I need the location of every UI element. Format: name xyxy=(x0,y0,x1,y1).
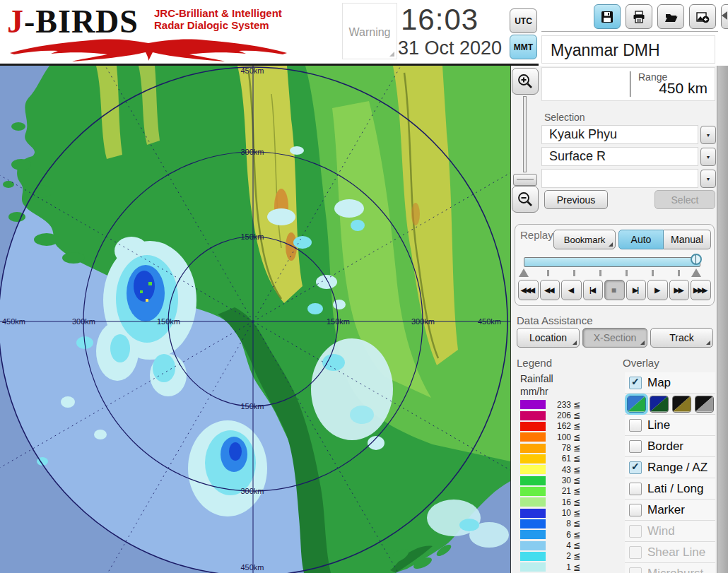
zoom-in-button[interactable] xyxy=(512,68,539,95)
map-style-swatch-1[interactable] xyxy=(627,396,646,413)
site-dropdown-arrow-icon[interactable]: ▼ xyxy=(700,126,716,144)
legend-swatch xyxy=(520,400,546,409)
add-image-icon xyxy=(695,10,710,24)
slider-tick xyxy=(573,270,575,276)
legend-row: 2≦ xyxy=(520,551,580,562)
toolbar: ? xyxy=(594,4,728,29)
map-style-swatch-3[interactable] xyxy=(672,396,691,413)
track-button[interactable]: Track xyxy=(650,328,713,348)
slider-tick xyxy=(626,270,628,276)
warning-button[interactable]: Warning xyxy=(342,3,397,59)
ring-label: 150km xyxy=(240,232,264,241)
print-button[interactable] xyxy=(626,4,652,29)
ring-label: 300km xyxy=(411,317,435,326)
legend-row: 21≦ xyxy=(520,486,580,497)
ring-label: 300km xyxy=(240,148,264,156)
legend-swatch xyxy=(520,444,546,453)
overlay-item-lati-long[interactable]: Lati / Long xyxy=(625,478,715,499)
panel-collapse-arrow-icon[interactable] xyxy=(722,11,727,20)
ring-label: 450km xyxy=(240,563,264,572)
legend-swatch xyxy=(520,562,546,572)
extra-dropdown[interactable] xyxy=(541,169,698,188)
fast-rewind-button[interactable]: ◀◀◀ xyxy=(518,280,539,300)
border-checkbox[interactable] xyxy=(629,440,642,453)
replay-slider-thumb[interactable] xyxy=(691,254,702,265)
ring-label: 150km xyxy=(327,317,350,326)
previous-button[interactable]: Previous xyxy=(544,190,608,209)
mmt-button[interactable]: MMT xyxy=(510,35,537,59)
overlay-item-wind: Wind xyxy=(625,520,715,541)
map-style-swatch-4[interactable] xyxy=(695,396,714,413)
extra-dropdown-arrow-icon[interactable]: ▼ xyxy=(700,170,716,188)
product-dropdown-arrow-icon[interactable]: ▼ xyxy=(700,148,716,166)
product-dropdown[interactable]: Surface R xyxy=(541,147,698,166)
panel-scrollbar[interactable] xyxy=(717,66,728,573)
slider-tick xyxy=(652,270,654,276)
fast-forward-button[interactable]: ▶▶ xyxy=(669,280,690,300)
add-image-button[interactable] xyxy=(689,4,716,29)
overlay-item-border[interactable]: Border xyxy=(625,435,715,456)
station-name: Myanmar DMH xyxy=(541,35,715,64)
lati-long-checkbox[interactable] xyxy=(629,483,642,495)
legend-label: Legend xyxy=(517,357,552,369)
open-folder-icon xyxy=(664,10,678,24)
select-button[interactable]: Select xyxy=(654,190,715,209)
clock-date: 31 Oct 2020 xyxy=(398,37,502,59)
map-style-row xyxy=(625,393,715,414)
play-backward-button[interactable]: ◀ xyxy=(561,280,582,300)
site-dropdown[interactable]: Kyauk Phyu xyxy=(541,125,698,144)
bookmark-button[interactable]: Bookmark xyxy=(553,230,616,249)
wind-checkbox xyxy=(629,525,642,538)
legend-swatch xyxy=(520,552,546,561)
replay-slider-track[interactable] xyxy=(524,257,700,267)
ring-label: 300km xyxy=(72,317,95,326)
range-az-checkbox[interactable] xyxy=(629,461,642,474)
radar-map[interactable]: 450km 300km 150km 150km 300km 450km 450k… xyxy=(0,66,511,573)
step-forward-button[interactable]: ▶| xyxy=(626,280,647,300)
ring-label: 450km xyxy=(478,317,501,326)
slider-start-marker[interactable] xyxy=(519,268,529,277)
x-section-button[interactable]: X-Section xyxy=(582,328,647,348)
overlay-list: Map Line Border Range / AZ Lati / Long M… xyxy=(625,372,715,573)
legend-swatch xyxy=(520,476,546,485)
legend-scale: 233≦ 206≦ 162≦ 100≦ 78≦ 61≦ 43≦ 30≦ 21≦ … xyxy=(520,399,580,573)
rewind-button[interactable]: ◀◀ xyxy=(540,280,560,300)
legend-swatch xyxy=(520,509,546,518)
manual-button[interactable]: Manual xyxy=(664,230,711,249)
map-checkbox[interactable] xyxy=(629,377,642,389)
open-file-button[interactable] xyxy=(657,4,684,29)
overlay-item-range-az[interactable]: Range / AZ xyxy=(625,456,715,478)
data-assistance-label: Data Assistance xyxy=(517,314,593,326)
overlay-item-marker[interactable]: Marker xyxy=(625,499,715,520)
slider-end-marker[interactable] xyxy=(691,268,701,277)
play-button[interactable]: ▶ xyxy=(647,280,668,300)
line-checkbox[interactable] xyxy=(629,419,642,432)
marker-checkbox[interactable] xyxy=(629,504,642,516)
playback-controls: ◀◀◀ ◀◀ ◀ |◀ ■ ▶| ▶ ▶▶ ▶▶▶ xyxy=(518,280,711,300)
map-style-swatch-2[interactable] xyxy=(650,396,669,413)
zoom-out-button[interactable] xyxy=(512,186,539,213)
overlay-item-shear-line: Shear Line xyxy=(625,541,715,562)
step-back-button[interactable]: |◀ xyxy=(583,280,604,300)
zoom-slider-thumb[interactable] xyxy=(513,174,537,186)
overlay-item-line[interactable]: Line xyxy=(625,414,715,435)
legend-row: 1≦ xyxy=(520,562,580,572)
utc-button[interactable]: UTC xyxy=(510,8,537,33)
legend-swatch xyxy=(520,519,546,528)
stop-button[interactable]: ■ xyxy=(604,280,625,300)
zoom-slider-track[interactable] xyxy=(523,96,527,172)
slider-tick xyxy=(547,270,549,276)
auto-button[interactable]: Auto xyxy=(618,230,664,249)
fastest-forward-button[interactable]: ▶▶▶ xyxy=(691,280,711,300)
save-button[interactable] xyxy=(594,4,621,29)
toolbar-divider xyxy=(541,31,718,32)
overlay-item-microburst: Microburst xyxy=(625,562,715,573)
location-button[interactable]: Location xyxy=(517,328,580,348)
range-display: Range 450 km xyxy=(541,67,715,101)
clock-time: 16:03 xyxy=(401,3,479,37)
replay-group: Replay Bookmark Auto Manual ◀◀◀ ◀◀ ◀ |◀ … xyxy=(515,224,715,306)
ring-label: 150km xyxy=(157,317,180,326)
overlay-item-map[interactable]: Map xyxy=(625,372,715,393)
ring-label: 450km xyxy=(2,317,25,326)
ring-label: 150km xyxy=(240,402,264,410)
